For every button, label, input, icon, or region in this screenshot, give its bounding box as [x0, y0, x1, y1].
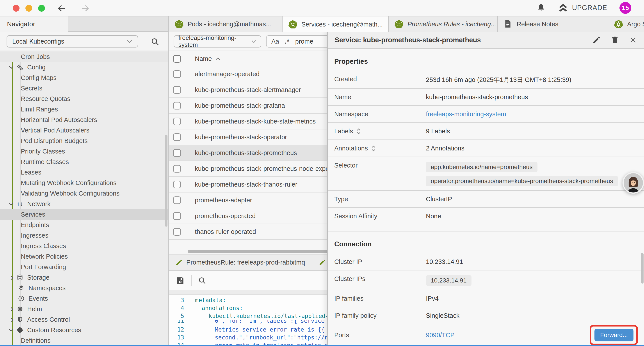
app-window: UPGRADE 15 Navigator Pods - icecheng@mat… — [0, 0, 644, 346]
expand-updown-icon[interactable] — [371, 145, 376, 152]
sidebar-item-resource-quotas[interactable]: Resource Quotas — [0, 93, 168, 104]
row-checkbox[interactable] — [173, 118, 181, 125]
namespace-link[interactable]: freeleaps-monitoring-system — [426, 106, 506, 122]
selector-chip[interactable]: app.kubernetes.io/name=prometheus — [426, 162, 538, 172]
delete-trash-icon[interactable] — [611, 36, 619, 44]
notification-count-badge[interactable]: 15 — [620, 2, 631, 14]
window-bottom-accent — [0, 345, 644, 346]
sidebar-item-config-maps[interactable]: Config Maps — [0, 72, 168, 83]
editor-search-icon[interactable] — [198, 276, 206, 285]
tab-prometheusrule-editor[interactable]: PrometheusRule: freeleaps-prod-rabbitmq — [169, 255, 312, 271]
sidebar-item-definitions[interactable]: Definitions — [0, 335, 168, 346]
row-checkbox[interactable] — [173, 196, 181, 204]
minimize-window-button[interactable] — [26, 5, 32, 11]
tab-navigator[interactable]: Navigator — [0, 16, 68, 32]
sidebar-item-pod-disruption-budgets[interactable]: Pod Disruption Budgets — [0, 136, 168, 146]
sidebar-item-events[interactable]: Events — [0, 293, 168, 304]
sidebar-item-horizontal-pod-autoscalers[interactable]: Horizontal Pod Autoscalers — [0, 114, 168, 125]
shield-icon — [16, 316, 24, 323]
sidebar-item-services[interactable]: Services — [0, 209, 168, 220]
sidebar-item-helm[interactable]: Helm — [0, 304, 168, 314]
fullscreen-window-button[interactable] — [38, 5, 45, 11]
tab-argo[interactable]: Argo Se — [608, 16, 644, 32]
tab-label: Argo Se — [627, 20, 644, 28]
selector-chip[interactable]: operator.prometheus.io/name=kube-prometh… — [426, 176, 618, 186]
row-checkbox[interactable] — [173, 86, 181, 94]
sidebar-item-secrets[interactable]: Secrets — [0, 83, 168, 93]
annotations-count[interactable]: 2 Annotations — [426, 140, 464, 156]
sidebar-item-ingresses[interactable]: Ingresses — [0, 230, 168, 241]
sidebar-item-leases[interactable]: Leases — [0, 167, 168, 178]
upgrade-button[interactable]: UPGRADE — [558, 3, 607, 13]
chevron-down-icon — [9, 201, 13, 205]
sidebar-item-storage[interactable]: Storage — [0, 272, 168, 283]
sidebar-item-limit-ranges[interactable]: Limit Ranges — [0, 104, 168, 114]
sidebar-item-runtime-classes[interactable]: Runtime Classes — [0, 157, 168, 167]
kubernetes-icon — [394, 19, 404, 29]
ip-families-value: IPv4 — [426, 290, 438, 306]
row-checkbox[interactable] — [173, 133, 181, 141]
match-case-icon[interactable]: Aa — [271, 38, 279, 45]
row-checkbox[interactable] — [173, 181, 181, 188]
forward-port-button[interactable]: Forward... — [594, 329, 634, 342]
detail-panel-body: Properties Created 253d 16h 6m ago (2025… — [328, 49, 644, 346]
sidebar-item-cron-jobs[interactable]: Cron Jobs — [0, 51, 168, 62]
sidebar-item-network[interactable]: ↑↓ Network — [0, 199, 168, 209]
sidebar-scrollbar[interactable] — [165, 135, 168, 227]
select-all-checkbox[interactable] — [173, 55, 181, 63]
tab-prometheus-rules[interactable]: Prometheus Rules - icecheng... — [388, 16, 497, 32]
close-window-button[interactable] — [13, 5, 20, 11]
ip-family-policy-value: SingleStack — [426, 307, 460, 323]
sidebar-item-priority-classes[interactable]: Priority Classes — [0, 146, 168, 157]
horizontal-scrollbar[interactable] — [188, 250, 337, 253]
created-value: 253d 16h 6m ago (2025年1月13日 GMT+8 1:25:3… — [426, 71, 571, 88]
kubernetes-icon — [288, 20, 298, 29]
forward-arrow-icon[interactable] — [81, 3, 90, 13]
sidebar-item-vertical-pod-autoscalers[interactable]: Vertical Pod Autoscalers — [0, 125, 168, 136]
sidebar-item-custom-resources[interactable]: Custom Resources — [0, 325, 168, 335]
tab-label: Services - icecheng@math... — [302, 21, 383, 28]
row-checkbox[interactable] — [173, 149, 181, 157]
chevron-down-icon — [251, 40, 256, 43]
sidebar-item-ingress-classes[interactable]: Ingress Classes — [0, 241, 168, 251]
tab-pods[interactable]: Pods - icecheng@mathmas... — [168, 16, 282, 32]
panel-scrollbar[interactable] — [641, 253, 644, 284]
labels-row: Labels 9 Labels — [328, 123, 644, 140]
name-column-header[interactable]: Name — [195, 55, 220, 62]
sidebar-item-config[interactable]: Config — [0, 62, 168, 72]
regex-icon[interactable]: .* — [285, 38, 289, 45]
sidebar-item-port-forwarding[interactable]: Port Forwarding — [0, 262, 168, 272]
namespace-select[interactable]: freeleaps-monitoring-system — [174, 35, 261, 47]
close-panel-icon[interactable] — [629, 36, 637, 44]
navigator-sidebar: Local Kubeconfigs Cron Jobs Config — [0, 32, 168, 346]
row-checkbox[interactable] — [173, 165, 181, 173]
labels-count[interactable]: 9 Labels — [426, 123, 450, 139]
row-checkbox[interactable] — [173, 228, 181, 236]
sidebar-item-access-control[interactable]: Access Control — [0, 314, 168, 325]
kubeconfig-select[interactable]: Local Kubeconfigs — [6, 35, 138, 47]
connection-heading: Connection — [328, 232, 644, 253]
kubeconfig-filter-row: Local Kubeconfigs — [0, 32, 168, 51]
search-icon[interactable] — [150, 37, 160, 46]
back-arrow-icon[interactable] — [56, 3, 66, 13]
save-icon[interactable] — [175, 276, 185, 285]
sidebar-item-namespaces[interactable]: Namespaces — [0, 283, 168, 293]
sidebar-item-validating-webhook-configurations[interactable]: Validating Webhook Configurations — [0, 188, 168, 199]
row-checkbox[interactable] — [173, 102, 181, 109]
tab-release-notes[interactable]: Release Notes — [497, 16, 608, 32]
row-checkbox[interactable] — [173, 212, 181, 220]
chevron-down-icon — [9, 327, 13, 332]
bell-icon[interactable] — [536, 3, 546, 12]
ports-row: Ports 9090/TCP Forward... 8080:reloader-… — [328, 324, 644, 346]
sidebar-item-endpoints[interactable]: Endpoints — [0, 220, 168, 230]
expand-updown-icon[interactable] — [356, 128, 361, 135]
cluster-ip-chip[interactable]: 10.233.14.91 — [426, 275, 472, 286]
tab-services[interactable]: Services - icecheng@math... — [282, 16, 388, 32]
port-link[interactable]: 9090/TCP — [426, 332, 454, 339]
chevron-right-icon — [9, 318, 13, 322]
sidebar-item-network-policies[interactable]: Network Policies — [0, 251, 168, 262]
edit-pencil-icon[interactable] — [592, 36, 600, 44]
avatar[interactable] — [622, 172, 644, 194]
sidebar-item-mutating-webhook-configurations[interactable]: Mutating Webhook Configurations — [0, 178, 168, 188]
row-checkbox[interactable] — [173, 70, 181, 78]
